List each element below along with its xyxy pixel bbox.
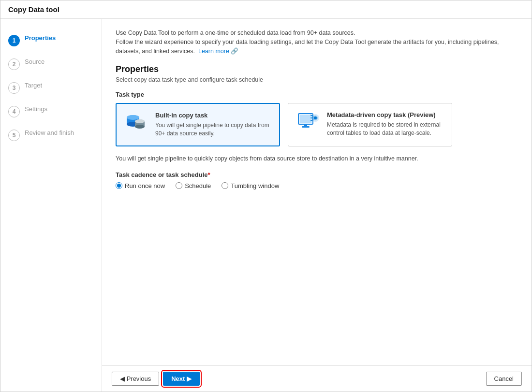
builtin-icon: [124, 112, 148, 136]
radio-tumbling[interactable]: Tumbling window: [222, 182, 279, 189]
task-card-metadata[interactable]: Metadata-driven copy task (Preview) Meta…: [288, 103, 452, 146]
metadata-card-title: Metadata-driven copy task (Preview): [327, 111, 444, 118]
metadata-card-desc: Metadata is required to be stored in ext…: [327, 121, 444, 137]
builtin-card-title: Built-in copy task: [155, 112, 271, 119]
sidebar-item-settings[interactable]: 4 Settings: [0, 100, 102, 123]
task-card-builtin[interactable]: Built-in copy task You will get single p…: [116, 103, 280, 146]
sidebar-item-source[interactable]: 2 Source: [0, 52, 102, 76]
metadata-card-body: Metadata-driven copy task (Preview) Meta…: [327, 111, 444, 137]
svg-point-14: [314, 116, 317, 119]
builtin-card-desc: You will get single pipeline to copy dat…: [155, 121, 271, 138]
svg-point-7: [135, 119, 145, 123]
main-content: 1 Properties 2 Source 3 Target 4 Setting…: [0, 19, 532, 392]
radio-input-tumbling[interactable]: [222, 182, 228, 189]
sidebar-label-properties: Properties: [25, 34, 56, 42]
task-cards-container: Built-in copy task You will get single p…: [116, 103, 518, 146]
footer: ◀ Previous Next ▶ Cancel: [102, 365, 532, 392]
step-circle-3: 3: [8, 82, 20, 94]
sidebar-label-review: Review and finish: [25, 129, 74, 136]
radio-schedule[interactable]: Schedule: [176, 182, 211, 189]
sidebar-item-target[interactable]: 3 Target: [0, 76, 102, 100]
svg-rect-9: [300, 115, 311, 123]
task-type-label: Task type: [116, 91, 518, 98]
radio-label-tumbling: Tumbling window: [231, 182, 279, 189]
window-title: Copy Data tool: [8, 5, 59, 14]
learn-more-link[interactable]: Learn more 🔗: [198, 48, 238, 55]
next-label: Next: [171, 375, 185, 382]
copy-data-tool-window: Copy Data tool 1 Properties 2 Source 3 T…: [0, 0, 532, 392]
sidebar-item-review[interactable]: 5 Review and finish: [0, 123, 102, 147]
sidebar: 1 Properties 2 Source 3 Target 4 Setting…: [0, 19, 102, 392]
step-circle-4: 4: [8, 106, 20, 117]
step-circle-1: 1: [8, 35, 20, 46]
content-body: Use Copy Data Tool to perform a one-time…: [102, 19, 532, 365]
radio-run-once[interactable]: Run once now: [116, 182, 165, 189]
sidebar-item-properties[interactable]: 1 Properties: [0, 29, 102, 52]
task-cadence-label: Task cadence or task schedule*: [116, 171, 518, 178]
pipeline-note: You will get single pipeline to quickly …: [116, 154, 518, 163]
builtin-card-body: Built-in copy task You will get single p…: [155, 112, 271, 138]
radio-input-schedule[interactable]: [176, 182, 182, 189]
radio-label-run-once: Run once now: [125, 182, 165, 189]
radio-input-run-once[interactable]: [116, 182, 122, 189]
next-icon: ▶: [187, 375, 192, 382]
title-bar: Copy Data tool: [0, 0, 532, 19]
radio-label-schedule: Schedule: [185, 182, 211, 189]
sidebar-label-target: Target: [25, 82, 42, 89]
step-circle-2: 2: [8, 58, 20, 70]
step-circle-5: 5: [8, 130, 20, 141]
svg-rect-10: [304, 124, 307, 126]
radio-group-cadence: Run once now Schedule Tumbling window: [116, 182, 518, 189]
section-title: Properties: [116, 64, 518, 74]
required-marker: *: [208, 171, 210, 178]
section-subtitle: Select copy data task type and configure…: [116, 76, 518, 83]
info-paragraph: Use Copy Data Tool to perform a one-time…: [116, 29, 518, 56]
previous-button[interactable]: ◀ Previous: [112, 372, 159, 386]
cancel-button[interactable]: Cancel: [486, 372, 522, 386]
metadata-icon: [296, 111, 320, 135]
svg-point-3: [127, 115, 139, 120]
previous-icon: ◀: [120, 375, 125, 382]
cancel-label: Cancel: [494, 375, 514, 382]
next-button[interactable]: Next ▶: [163, 372, 200, 386]
previous-label: Previous: [127, 375, 151, 382]
sidebar-label-source: Source: [25, 58, 44, 65]
svg-point-6: [135, 125, 145, 129]
sidebar-label-settings: Settings: [25, 105, 47, 113]
content-area: Use Copy Data Tool to perform a one-time…: [102, 19, 532, 392]
svg-rect-11: [302, 126, 310, 128]
